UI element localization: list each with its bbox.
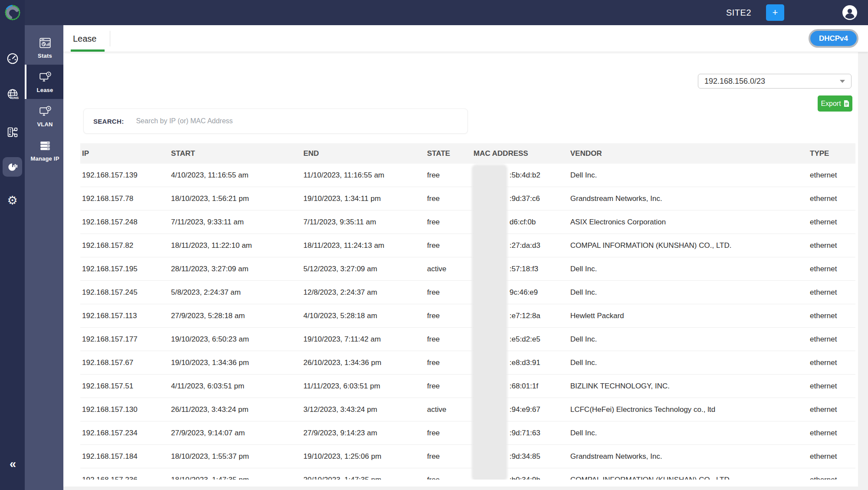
cell-ip: 192.168.157.234	[80, 429, 169, 437]
svg-text:DNS: DNS	[12, 95, 19, 99]
table-row: 192.168.157.23618/10/2023, 1:47:35 pm20/…	[80, 468, 855, 480]
table-row: 192.168.157.18418/10/2023, 1:55:37 pm19/…	[80, 445, 855, 468]
tab-lease[interactable]: Lease	[73, 25, 97, 52]
cell-end: 3/12/2023, 3:43:24 pm	[302, 405, 425, 414]
cell-vendor: Grandstream Networks, Inc.	[569, 452, 808, 461]
table-row: 192.168.157.514/11/2023, 6:03:51 pm11/11…	[80, 375, 855, 398]
cell-state: active	[425, 405, 472, 414]
cell-start: 18/10/2023, 1:55:37 pm	[169, 452, 302, 461]
subnav-item-lease[interactable]: Lease	[25, 65, 63, 99]
dhcpv4-label: DHCPv4	[819, 34, 848, 43]
cell-end: 20/10/2023, 1:47:35 pm	[302, 476, 425, 480]
cell-state: free	[425, 171, 472, 180]
subnav-item-label: Lease	[37, 87, 53, 93]
table-row: 192.168.157.2487/11/2023, 9:33:11 am7/11…	[80, 210, 855, 234]
cell-state: free	[425, 288, 472, 297]
dashboard-gauge-icon[interactable]	[3, 49, 22, 68]
cell-end: 19/10/2023, 1:25:06 pm	[302, 452, 425, 461]
cell-end: 27/9/2023, 9:14:23 am	[302, 429, 425, 437]
main-area: Lease DHCPv4 192.168.156.0/23 Export SEA…	[63, 25, 868, 490]
cell-type: ethernet	[808, 452, 855, 461]
cell-start: 18/11/2023, 11:22:10 am	[169, 241, 302, 250]
cell-state: free	[425, 358, 472, 367]
cell-state: free	[425, 429, 472, 437]
cell-vendor: COMPAL INFORMATION (KUNSHAN) CO., LTD.	[569, 476, 808, 480]
cell-vendor: Dell Inc.	[569, 288, 808, 297]
cell-type: ethernet	[808, 194, 855, 203]
cell-end: 11/11/2023, 6:03:51 pm	[302, 382, 425, 391]
add-site-button[interactable]: +	[766, 4, 784, 21]
active-tab-underline	[71, 49, 105, 52]
cell-vendor: COMPAL INFORMATION (KUNSHAN) CO., LTD.	[569, 241, 808, 250]
search-bar: SEARCH:	[83, 109, 468, 134]
settings-gear-icon[interactable]: ⚙	[3, 191, 22, 210]
cell-state: free	[425, 476, 472, 480]
cell-vendor: Dell Inc.	[569, 358, 808, 367]
content-card: 192.168.156.0/23 Export SEARCH: IPSTARTE…	[63, 52, 858, 487]
cell-type: ethernet	[808, 171, 855, 180]
cell-vendor: ASIX Electronics Corporation	[569, 218, 808, 227]
subnet-dropdown[interactable]: 192.168.156.0/23	[698, 74, 852, 89]
server-network-icon[interactable]	[3, 122, 22, 142]
cell-type: ethernet	[808, 335, 855, 344]
column-header-mac: MAC ADDRESS	[472, 149, 569, 158]
cell-state: free	[425, 194, 472, 203]
export-label: Export	[821, 100, 841, 108]
cell-ip: 192.168.157.184	[80, 452, 169, 461]
table-row: 192.168.157.6719/10/2023, 1:34:36 pm26/1…	[80, 351, 855, 375]
cell-start: 18/10/2023, 1:56:21 pm	[169, 194, 302, 203]
server-stack-icon	[39, 139, 52, 152]
cell-ip: 192.168.157.51	[80, 382, 169, 391]
icon-rail: DNS ⚙ «	[0, 0, 25, 490]
mac-redaction-overlay	[472, 164, 507, 480]
monitor-clock-icon	[39, 71, 52, 84]
table-row: 192.168.157.13026/11/2023, 3:43:24 pm3/1…	[80, 398, 855, 421]
cell-type: ethernet	[808, 358, 855, 367]
cell-end: 11/10/2023, 11:16:55 am	[302, 171, 425, 180]
cell-ip: 192.168.157.177	[80, 335, 169, 344]
cell-type: ethernet	[808, 218, 855, 227]
cell-state: free	[425, 312, 472, 320]
cell-start: 28/11/2023, 3:27:09 am	[169, 265, 302, 273]
subnav-item-stats[interactable]: Stats	[25, 30, 63, 65]
cell-vendor: Dell Inc.	[569, 171, 808, 180]
monitor-clock-icon	[39, 105, 52, 118]
cell-end: 5/12/2023, 3:27:09 am	[302, 265, 425, 273]
cell-type: ethernet	[808, 405, 855, 414]
cell-state: active	[425, 265, 472, 273]
cell-end: 18/11/2023, 11:24:13 am	[302, 241, 425, 250]
cell-ip: 192.168.157.139	[80, 171, 169, 180]
cell-end: 12/8/2023, 2:24:37 am	[302, 288, 425, 297]
search-input[interactable]	[136, 117, 463, 125]
cell-vendor: BIZLINK TECHNOLOGY, INC.	[569, 382, 808, 391]
brand-logo	[3, 3, 22, 22]
cell-start: 26/11/2023, 3:43:24 pm	[169, 405, 302, 414]
collapse-sidebar-button[interactable]: «	[0, 457, 25, 471]
dhcpv4-toggle-button[interactable]: DHCPv4	[809, 29, 858, 48]
cell-start: 19/10/2023, 6:50:23 am	[169, 335, 302, 344]
export-button[interactable]: Export	[818, 95, 852, 112]
cell-type: ethernet	[808, 312, 855, 320]
cell-vendor: Grandstream Networks, Inc.	[569, 194, 808, 203]
cell-ip: 192.168.157.245	[80, 288, 169, 297]
lease-table: IPSTARTENDSTATEMAC ADDRESSVENDORTYPE 192…	[80, 143, 855, 480]
dns-globe-icon[interactable]: DNS	[3, 85, 22, 104]
column-header-end: END	[302, 149, 425, 158]
cell-ip: 192.168.157.130	[80, 405, 169, 414]
cell-vendor: Hewlett Packard	[569, 312, 808, 320]
user-avatar[interactable]	[842, 5, 857, 20]
subnav-item-manage-ip[interactable]: Manage IP	[25, 133, 63, 168]
subnav-item-vlan[interactable]: VLAN	[25, 99, 63, 133]
search-label: SEARCH:	[93, 118, 124, 125]
table-row: 192.168.157.19528/11/2023, 3:27:09 am5/1…	[80, 257, 855, 281]
column-header-state: STATE	[425, 149, 472, 158]
site-label: SITE2	[726, 8, 751, 18]
cell-start: 4/10/2023, 11:16:55 am	[169, 171, 302, 180]
chevron-down-icon	[840, 80, 845, 83]
cell-ip: 192.168.157.67	[80, 358, 169, 367]
stats-window-icon	[39, 36, 52, 49]
subnet-dropdown-value: 192.168.156.0/23	[704, 77, 765, 86]
pie-chart-icon[interactable]	[3, 157, 22, 177]
cell-state: free	[425, 241, 472, 250]
cell-state: free	[425, 218, 472, 227]
